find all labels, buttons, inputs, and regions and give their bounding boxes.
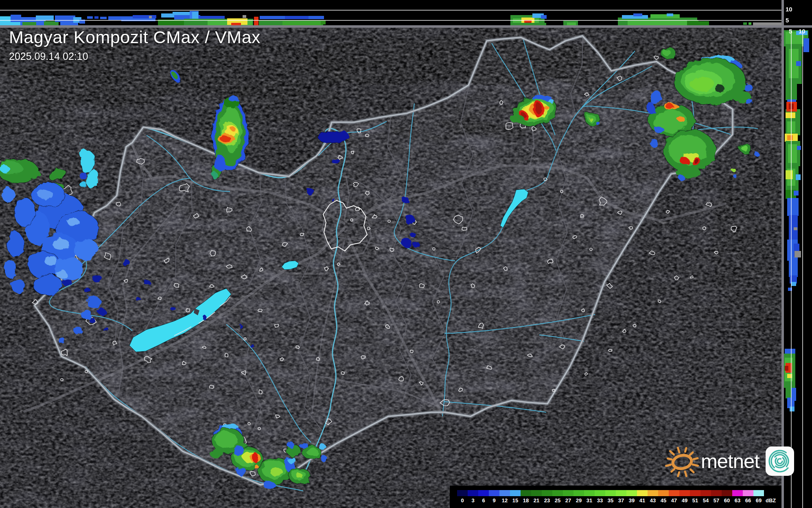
strip-echo bbox=[121, 18, 155, 21]
legend-swatch bbox=[542, 490, 552, 496]
legend-swatch bbox=[626, 490, 637, 496]
echo-blob bbox=[742, 145, 748, 151]
echo-blob bbox=[331, 158, 339, 163]
echo-blob bbox=[250, 344, 254, 347]
legend-value: 37 bbox=[618, 497, 624, 504]
legend-step: 51 bbox=[690, 490, 700, 504]
strip-echo bbox=[650, 14, 680, 18]
strip-echo bbox=[785, 366, 788, 371]
legend-step: 69 bbox=[753, 490, 764, 504]
metnet-wordmark: metnet bbox=[701, 450, 759, 473]
legend-step: 49 bbox=[679, 490, 690, 504]
strip-echo bbox=[749, 22, 751, 25]
strip-echo bbox=[790, 407, 794, 411]
legend-value: 9 bbox=[492, 497, 495, 504]
legend-swatch bbox=[658, 490, 669, 496]
echo-blob bbox=[55, 270, 67, 278]
sun-ray bbox=[678, 472, 679, 476]
echo-blob bbox=[92, 275, 102, 282]
echo-blob bbox=[410, 232, 416, 237]
strip-echo bbox=[794, 191, 799, 196]
strip-echo bbox=[791, 282, 796, 286]
legend-swatch bbox=[743, 490, 753, 496]
echo-blob bbox=[650, 138, 657, 147]
echo-blob bbox=[44, 256, 57, 266]
strip-echo bbox=[100, 17, 107, 19]
legend-value: 41 bbox=[639, 497, 645, 504]
vertical-separator bbox=[781, 0, 784, 508]
legend-step: 54 bbox=[700, 490, 711, 504]
legend-swatch bbox=[711, 490, 722, 496]
strip-echo bbox=[787, 135, 793, 140]
echo-blob bbox=[690, 77, 714, 91]
echo-blob bbox=[331, 198, 335, 201]
strip-echo bbox=[321, 20, 326, 24]
map-timestamp: 2025.09.14 02:10 bbox=[9, 51, 260, 62]
strip-echo bbox=[786, 112, 795, 118]
legend-swatch bbox=[605, 490, 616, 496]
echo-blob bbox=[263, 482, 276, 489]
echo-blob bbox=[253, 453, 258, 463]
strip-echo bbox=[628, 21, 691, 25]
strip-echo bbox=[94, 16, 98, 19]
strip-echo bbox=[285, 16, 310, 19]
echo-blob bbox=[80, 182, 88, 188]
legend-swatch bbox=[753, 490, 764, 496]
echo-blob bbox=[665, 104, 674, 109]
legend-swatch bbox=[690, 490, 700, 496]
sun-ray bbox=[693, 464, 698, 466]
corner-label-10km: 10 bbox=[786, 6, 792, 13]
echo-blob bbox=[214, 155, 225, 171]
echo-blob bbox=[694, 159, 699, 164]
title-block: Magyar Kompozit CMax / VMax 2025.09.14 0… bbox=[9, 28, 260, 62]
echo-blob bbox=[98, 308, 106, 315]
echo-blob bbox=[754, 152, 759, 156]
echo-blob bbox=[62, 279, 72, 286]
echo-blob bbox=[296, 473, 303, 478]
legend-value: 18 bbox=[523, 497, 529, 504]
strip-echo bbox=[173, 12, 191, 15]
legend-step: 25 bbox=[552, 490, 563, 504]
echo-blob bbox=[74, 239, 98, 260]
echo-blob bbox=[651, 90, 661, 106]
echo-blob bbox=[663, 49, 671, 56]
metnet-app-icon bbox=[765, 446, 794, 476]
legend-value: 39 bbox=[629, 497, 635, 504]
echo-blob bbox=[58, 338, 66, 343]
legend-value: 15 bbox=[512, 497, 518, 504]
legend-step: 23 bbox=[542, 490, 552, 504]
legend-swatch bbox=[521, 490, 531, 496]
legend-step: 29 bbox=[573, 490, 584, 504]
legend-value: 60 bbox=[724, 497, 730, 504]
top-vmax-strip bbox=[0, 0, 781, 27]
legend-swatch bbox=[584, 490, 595, 496]
legend-swatch bbox=[700, 490, 711, 496]
echo-blob bbox=[401, 197, 409, 202]
strip-echo bbox=[282, 21, 322, 25]
echo-blob bbox=[405, 215, 415, 224]
echo-blob bbox=[33, 275, 63, 296]
echo-blob bbox=[677, 116, 684, 121]
strip-echo bbox=[687, 20, 698, 25]
sun-ray bbox=[678, 448, 679, 452]
legend-value: 31 bbox=[587, 497, 592, 504]
legend-value: 54 bbox=[703, 497, 709, 504]
echo-blob bbox=[122, 260, 130, 266]
echo-blob bbox=[14, 197, 35, 227]
echo-blob bbox=[104, 328, 109, 332]
legend-swatch bbox=[510, 490, 521, 496]
legend-step: 27 bbox=[563, 490, 573, 504]
right-vmax-strip bbox=[784, 0, 812, 508]
echo-blob bbox=[413, 242, 420, 248]
legend-swatch bbox=[722, 490, 732, 496]
echo-blob bbox=[733, 174, 737, 178]
legend-swatch bbox=[563, 490, 573, 496]
echo-blob bbox=[229, 95, 238, 102]
strip-echo bbox=[149, 16, 152, 18]
legend-swatch bbox=[552, 490, 563, 496]
legend-swatch bbox=[573, 490, 584, 496]
strip-echo bbox=[36, 15, 54, 20]
page-title: Magyar Kompozit CMax / VMax bbox=[9, 28, 260, 47]
strip-echo bbox=[803, 38, 809, 52]
echo-blob bbox=[28, 251, 60, 278]
